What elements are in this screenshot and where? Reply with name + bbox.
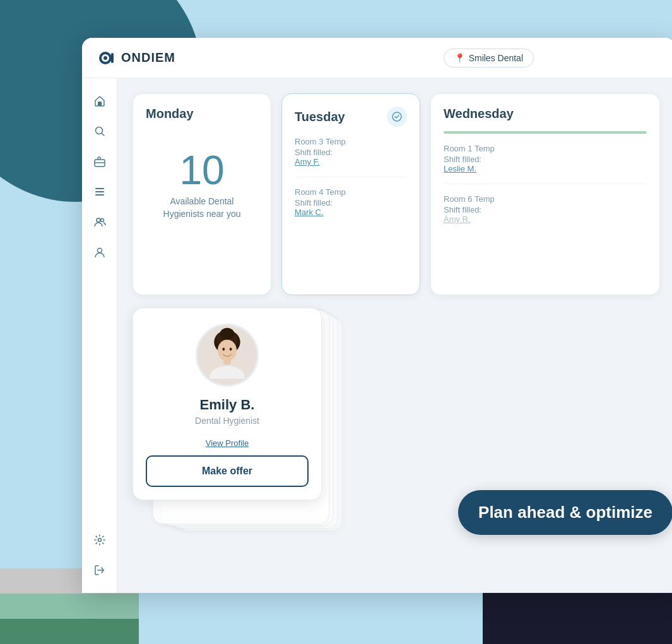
browser-window: ONDIEM 📍 Smiles Dental xyxy=(82,38,672,593)
content-area: Monday 10 Available DentalHygienists nea… xyxy=(117,78,672,593)
sidebar-item-home[interactable] xyxy=(87,88,112,114)
wednesday-progress-bar xyxy=(444,131,647,134)
location-pin-icon: 📍 xyxy=(454,53,465,63)
make-offer-button[interactable]: Make offer xyxy=(146,455,309,487)
wed-shift-person-1[interactable]: Leslie M. xyxy=(444,164,647,173)
location-pill[interactable]: 📍 Smiles Dental xyxy=(444,49,534,67)
view-profile-link[interactable]: View Profile xyxy=(146,438,309,448)
profile-card: Emily B. Dental Hygienist View Profile M… xyxy=(133,308,322,500)
tuesday-label: Tuesday xyxy=(295,110,345,124)
sidebar-item-search[interactable] xyxy=(87,119,112,144)
svg-point-13 xyxy=(97,249,102,253)
sidebar-item-briefcase[interactable] xyxy=(87,149,112,174)
avatar-container xyxy=(146,324,309,387)
wednesday-card: Wednesday Room 1 Temp Shift filled: Lesl… xyxy=(430,93,660,295)
svg-point-23 xyxy=(222,348,225,351)
tuesday-shift-1: Room 3 Temp Shift filled: Amy F. xyxy=(295,137,407,177)
svg-rect-8 xyxy=(95,188,104,189)
wed-shift-filled-1: Shift filled: xyxy=(444,155,647,164)
plan-ahead-badge: Plan ahead & optimize xyxy=(458,490,672,535)
profile-section: Emily B. Dental Hygienist View Profile M… xyxy=(133,308,660,547)
monday-header: Monday xyxy=(146,107,258,121)
svg-point-5 xyxy=(95,127,102,134)
logo-icon xyxy=(97,48,117,68)
svg-point-11 xyxy=(97,218,100,222)
shift-person-name[interactable]: Amy F. xyxy=(295,157,407,167)
svg-rect-3 xyxy=(111,53,114,63)
wednesday-shift-1: Room 1 Temp Shift filled: Leslie M. xyxy=(444,144,647,184)
monday-label: Monday xyxy=(146,107,194,121)
sidebar xyxy=(82,78,117,593)
svg-point-20 xyxy=(218,340,237,361)
tuesday-card: Tuesday Room 3 Temp Shift filled: Amy F. xyxy=(281,93,420,295)
sidebar-item-list[interactable] xyxy=(87,179,112,204)
monday-content: 10 Available DentalHygienists near you xyxy=(146,131,258,220)
calendar-row: Monday 10 Available DentalHygienists nea… xyxy=(133,93,660,295)
shift-person-name-2[interactable]: Mark C. xyxy=(295,208,407,217)
header-bar: ONDIEM 📍 Smiles Dental xyxy=(82,38,672,78)
shift-room-label-2: Room 4 Temp xyxy=(295,187,407,197)
monday-card: Monday 10 Available DentalHygienists nea… xyxy=(133,93,271,295)
person-title: Dental Hygienist xyxy=(146,416,309,426)
wed-shift-room-1: Room 1 Temp xyxy=(444,144,647,153)
svg-rect-22 xyxy=(223,359,230,365)
svg-point-21 xyxy=(220,328,235,340)
svg-rect-9 xyxy=(95,191,104,192)
wed-shift-room-2: Room 6 Temp xyxy=(444,194,647,204)
wed-shift-person-2[interactable]: Amy R. xyxy=(444,214,647,224)
tuesday-header: Tuesday xyxy=(295,107,407,127)
svg-point-2 xyxy=(103,56,107,60)
sidebar-bottom xyxy=(87,527,112,583)
shift-filled-label-2: Shift filled: xyxy=(295,198,407,208)
svg-point-12 xyxy=(100,219,103,222)
sidebar-settings[interactable] xyxy=(87,527,112,553)
sidebar-item-team[interactable] xyxy=(87,209,112,235)
shift-room-label: Room 3 Temp xyxy=(295,137,407,146)
svg-rect-4 xyxy=(98,102,102,106)
avatar xyxy=(196,324,259,387)
logo-area: ONDIEM xyxy=(97,48,175,68)
wednesday-header: Wednesday xyxy=(444,107,647,121)
available-count: 10 xyxy=(179,150,224,190)
wednesday-shift-2: Room 6 Temp Shift filled: Amy R. xyxy=(444,194,647,234)
sidebar-logout[interactable] xyxy=(87,558,112,583)
tuesday-check-badge xyxy=(387,107,407,127)
main-layout: Monday 10 Available DentalHygienists nea… xyxy=(82,78,672,593)
wed-shift-filled-2: Shift filled: xyxy=(444,205,647,214)
available-text: Available DentalHygienists near you xyxy=(163,196,241,220)
location-name: Smiles Dental xyxy=(469,53,523,63)
svg-rect-10 xyxy=(95,194,104,196)
wednesday-label: Wednesday xyxy=(444,107,514,121)
logo-text: ONDIEM xyxy=(121,50,175,65)
shift-filled-label: Shift filled: xyxy=(295,148,407,157)
svg-point-24 xyxy=(230,348,232,351)
svg-point-14 xyxy=(98,539,101,542)
avatar-svg xyxy=(197,324,257,387)
sidebar-item-profile[interactable] xyxy=(87,240,112,265)
tuesday-shift-2: Room 4 Temp Shift filled: Mark C. xyxy=(295,187,407,227)
person-name: Emily B. xyxy=(146,397,309,413)
